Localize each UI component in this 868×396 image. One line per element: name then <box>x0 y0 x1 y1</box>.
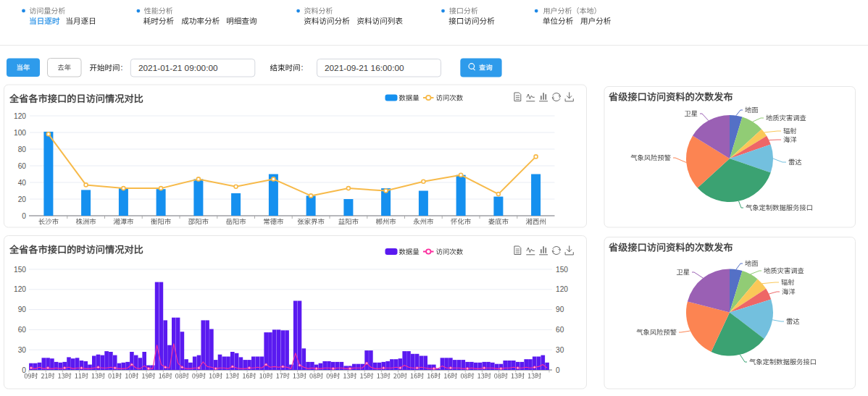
svg-text:120: 120 <box>14 112 26 120</box>
svg-text:90: 90 <box>18 306 27 313</box>
svg-text:20: 20 <box>18 195 27 203</box>
svg-text:40: 40 <box>18 179 27 187</box>
svg-text::: : <box>121 63 123 72</box>
svg-text::: : <box>301 63 304 72</box>
svg-text:60: 60 <box>18 326 27 334</box>
svg-text:30: 30 <box>556 346 564 354</box>
svg-text:90: 90 <box>556 306 564 313</box>
svg-text:120: 120 <box>556 285 568 293</box>
svg-text:100: 100 <box>14 129 26 137</box>
svg-text:80: 80 <box>18 146 27 153</box>
svg-text:60: 60 <box>556 326 564 334</box>
svg-text:2021-09-21 16:00:00: 2021-09-21 16:00:00 <box>325 63 404 73</box>
svg-text:150: 150 <box>14 266 26 274</box>
svg-text:30: 30 <box>18 346 27 354</box>
svg-text:2021-01-21 09:00:00: 2021-01-21 09:00:00 <box>138 63 218 73</box>
svg-text:150: 150 <box>556 266 568 274</box>
svg-text:0: 0 <box>22 212 26 220</box>
svg-text:60: 60 <box>18 162 27 170</box>
svg-text:0: 0 <box>556 366 560 374</box>
svg-text:0: 0 <box>22 366 26 374</box>
svg-text:120: 120 <box>14 285 26 293</box>
